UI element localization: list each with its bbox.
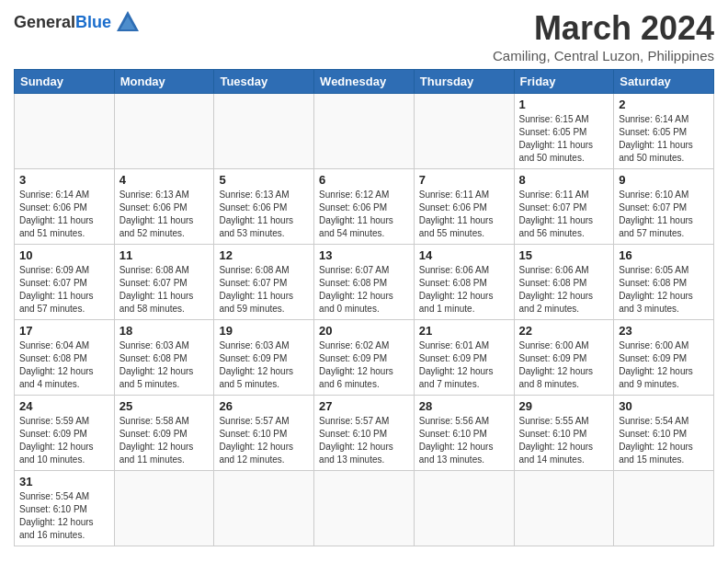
calendar-cell (514, 471, 614, 546)
day-number: 10 (19, 248, 109, 262)
calendar-cell: 8Sunrise: 6:11 AMSunset: 6:07 PMDaylight… (514, 169, 614, 245)
day-info: Sunrise: 6:03 AMSunset: 6:09 PMDaylight:… (219, 339, 309, 391)
logo-blue-text: Blue (75, 13, 111, 32)
day-number: 30 (619, 399, 709, 413)
day-number: 14 (419, 248, 509, 262)
weekday-header-friday: Friday (514, 70, 614, 94)
calendar-cell: 7Sunrise: 6:11 AMSunset: 6:06 PMDaylight… (414, 169, 514, 245)
calendar-cell: 13Sunrise: 6:07 AMSunset: 6:08 PMDayligh… (314, 245, 415, 320)
calendar-cell: 18Sunrise: 6:03 AMSunset: 6:08 PMDayligh… (114, 320, 214, 396)
calendar-cell: 4Sunrise: 6:13 AMSunset: 6:06 PMDaylight… (114, 169, 214, 245)
calendar-cell: 30Sunrise: 5:54 AMSunset: 6:10 PMDayligh… (614, 396, 714, 471)
calendar-cell: 28Sunrise: 5:56 AMSunset: 6:10 PMDayligh… (414, 396, 514, 471)
day-info: Sunrise: 6:04 AMSunset: 6:08 PMDaylight:… (19, 339, 109, 391)
calendar-cell: 20Sunrise: 6:02 AMSunset: 6:09 PMDayligh… (314, 320, 415, 396)
day-number: 2 (619, 98, 709, 111)
day-number: 29 (519, 399, 609, 413)
day-number: 3 (19, 173, 109, 187)
calendar-week-row: 17Sunrise: 6:04 AMSunset: 6:08 PMDayligh… (15, 320, 714, 396)
day-info: Sunrise: 6:02 AMSunset: 6:09 PMDaylight:… (319, 339, 409, 391)
day-info: Sunrise: 5:56 AMSunset: 6:10 PMDaylight:… (419, 415, 509, 466)
weekday-header-saturday: Saturday (614, 70, 714, 94)
calendar-cell: 11Sunrise: 6:08 AMSunset: 6:07 PMDayligh… (114, 245, 214, 320)
calendar-week-row: 31Sunrise: 5:54 AMSunset: 6:10 PMDayligh… (15, 471, 714, 546)
calendar-cell (214, 471, 314, 546)
day-number: 17 (19, 324, 109, 338)
logo-general-text: General (14, 13, 75, 32)
calendar-cell: 12Sunrise: 6:08 AMSunset: 6:07 PMDayligh… (214, 245, 314, 320)
calendar-cell: 17Sunrise: 6:04 AMSunset: 6:08 PMDayligh… (15, 320, 115, 396)
weekday-header-monday: Monday (114, 70, 214, 94)
day-number: 26 (219, 399, 309, 413)
page-header: General Blue March 2024 Camiling, Centra… (14, 9, 714, 63)
day-number: 19 (219, 324, 309, 338)
calendar-cell (114, 471, 214, 546)
calendar-cell: 25Sunrise: 5:58 AMSunset: 6:09 PMDayligh… (114, 396, 214, 471)
calendar-cell: 10Sunrise: 6:09 AMSunset: 6:07 PMDayligh… (15, 245, 115, 320)
calendar-cell (414, 94, 514, 169)
day-info: Sunrise: 6:13 AMSunset: 6:06 PMDaylight:… (119, 189, 210, 240)
logo-area: General Blue (14, 9, 141, 35)
day-number: 6 (319, 173, 409, 187)
day-number: 7 (419, 173, 509, 187)
calendar-cell: 5Sunrise: 6:13 AMSunset: 6:06 PMDaylight… (214, 169, 314, 245)
calendar-cell: 16Sunrise: 6:05 AMSunset: 6:08 PMDayligh… (614, 245, 714, 320)
calendar-cell: 24Sunrise: 5:59 AMSunset: 6:09 PMDayligh… (15, 396, 115, 471)
weekday-header-row: SundayMondayTuesdayWednesdayThursdayFrid… (15, 70, 714, 94)
calendar-cell (314, 94, 415, 169)
calendar-cell: 6Sunrise: 6:12 AMSunset: 6:06 PMDaylight… (314, 169, 415, 245)
day-info: Sunrise: 5:57 AMSunset: 6:10 PMDaylight:… (219, 415, 309, 466)
day-number: 27 (319, 399, 409, 413)
day-number: 28 (419, 399, 509, 413)
calendar-cell (214, 94, 314, 169)
day-number: 15 (519, 248, 609, 262)
calendar-cell: 23Sunrise: 6:00 AMSunset: 6:09 PMDayligh… (614, 320, 714, 396)
calendar-week-row: 24Sunrise: 5:59 AMSunset: 6:09 PMDayligh… (15, 396, 714, 471)
day-number: 8 (519, 173, 609, 187)
weekday-header-thursday: Thursday (414, 70, 514, 94)
calendar-cell: 14Sunrise: 6:06 AMSunset: 6:08 PMDayligh… (414, 245, 514, 320)
day-info: Sunrise: 6:08 AMSunset: 6:07 PMDaylight:… (119, 264, 210, 316)
day-info: Sunrise: 6:06 AMSunset: 6:08 PMDaylight:… (419, 264, 509, 316)
day-info: Sunrise: 6:11 AMSunset: 6:06 PMDaylight:… (419, 189, 509, 240)
calendar-cell (114, 94, 214, 169)
calendar-cell: 15Sunrise: 6:06 AMSunset: 6:08 PMDayligh… (514, 245, 614, 320)
day-info: Sunrise: 5:54 AMSunset: 6:10 PMDaylight:… (19, 490, 109, 542)
day-info: Sunrise: 6:09 AMSunset: 6:07 PMDaylight:… (19, 264, 109, 316)
weekday-header-wednesday: Wednesday (314, 70, 415, 94)
calendar-cell: 21Sunrise: 6:01 AMSunset: 6:09 PMDayligh… (414, 320, 514, 396)
day-number: 5 (219, 173, 309, 187)
day-info: Sunrise: 6:12 AMSunset: 6:06 PMDaylight:… (319, 189, 409, 240)
calendar-cell: 19Sunrise: 6:03 AMSunset: 6:09 PMDayligh… (214, 320, 314, 396)
calendar-cell: 29Sunrise: 5:55 AMSunset: 6:10 PMDayligh… (514, 396, 614, 471)
day-info: Sunrise: 6:15 AMSunset: 6:05 PMDaylight:… (519, 113, 609, 165)
day-number: 4 (119, 173, 210, 187)
calendar-cell: 9Sunrise: 6:10 AMSunset: 6:07 PMDaylight… (614, 169, 714, 245)
day-number: 18 (119, 324, 210, 338)
day-number: 20 (319, 324, 409, 338)
day-number: 31 (19, 475, 109, 488)
calendar-cell: 27Sunrise: 5:57 AMSunset: 6:10 PMDayligh… (314, 396, 415, 471)
day-info: Sunrise: 6:10 AMSunset: 6:07 PMDaylight:… (619, 189, 709, 240)
day-number: 24 (19, 399, 109, 413)
title-area: March 2024 Camiling, Central Luzon, Phil… (493, 9, 714, 63)
day-info: Sunrise: 6:03 AMSunset: 6:08 PMDaylight:… (119, 339, 210, 391)
day-number: 1 (519, 98, 609, 111)
calendar-cell: 31Sunrise: 5:54 AMSunset: 6:10 PMDayligh… (15, 471, 115, 546)
weekday-header-tuesday: Tuesday (214, 70, 314, 94)
calendar-cell (414, 471, 514, 546)
logo: General Blue (14, 9, 141, 35)
weekday-header-sunday: Sunday (15, 70, 115, 94)
location-subtitle: Camiling, Central Luzon, Philippines (493, 48, 714, 63)
day-number: 25 (119, 399, 210, 413)
day-info: Sunrise: 5:58 AMSunset: 6:09 PMDaylight:… (119, 415, 210, 466)
day-info: Sunrise: 5:59 AMSunset: 6:09 PMDaylight:… (19, 415, 109, 466)
month-year-title: March 2024 (493, 9, 714, 48)
day-info: Sunrise: 6:14 AMSunset: 6:06 PMDaylight:… (19, 189, 109, 240)
day-info: Sunrise: 6:00 AMSunset: 6:09 PMDaylight:… (619, 339, 709, 391)
day-info: Sunrise: 6:14 AMSunset: 6:05 PMDaylight:… (619, 113, 709, 165)
calendar-cell: 22Sunrise: 6:00 AMSunset: 6:09 PMDayligh… (514, 320, 614, 396)
day-info: Sunrise: 6:07 AMSunset: 6:08 PMDaylight:… (319, 264, 409, 316)
day-info: Sunrise: 6:01 AMSunset: 6:09 PMDaylight:… (419, 339, 509, 391)
day-info: Sunrise: 5:57 AMSunset: 6:10 PMDaylight:… (319, 415, 409, 466)
